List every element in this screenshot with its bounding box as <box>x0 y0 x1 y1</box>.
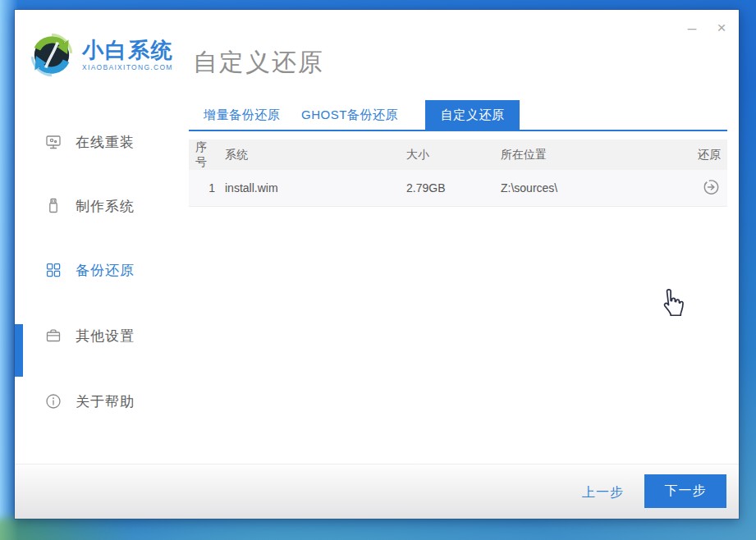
cell-index: 1 <box>189 181 225 194</box>
sidebar: 在线重装 制作系统 备份还原 <box>15 94 189 519</box>
logo-domain: XIAOBAIXITONG.COM <box>82 63 174 71</box>
app-logo: 小白系统 XIAOBAIXITONG.COM <box>26 30 174 80</box>
footer-bar: 上一步 下一步 <box>15 464 739 519</box>
sidebar-item-backup-restore[interactable]: 备份还原 <box>15 258 189 282</box>
restore-button[interactable] <box>701 177 721 197</box>
table-row[interactable]: 1 install.wim 2.79GB Z:\sources\ <box>189 170 727 207</box>
cell-size: 2.79GB <box>406 181 501 194</box>
sidebar-item-label: 制作系统 <box>76 197 135 216</box>
info-icon <box>44 392 62 410</box>
desktop-background: – × 小白系统 XIAOBAIXITONG.COM <box>0 0 756 540</box>
app-header: 小白系统 XIAOBAIXITONG.COM 自定义还原 <box>15 10 739 94</box>
usb-drive-icon <box>44 197 62 215</box>
monitor-icon <box>44 133 62 151</box>
sidebar-item-other-settings[interactable]: 其他设置 <box>15 323 189 348</box>
briefcase-icon <box>44 327 62 345</box>
col-header-location: 所在位置 <box>501 148 683 162</box>
tab-custom-restore[interactable]: 自定义还原 <box>425 100 520 130</box>
sidebar-item-label: 关于帮助 <box>76 392 135 411</box>
tab-bar: 增量备份还原 GHOST备份还原 自定义还原 <box>189 100 727 131</box>
page-title: 自定义还原 <box>193 46 324 80</box>
cell-system: install.wim <box>225 181 406 194</box>
minimize-button[interactable]: – <box>683 18 701 36</box>
content-area: 增量备份还原 GHOST备份还原 自定义还原 序号 系统 大小 所在位置 还原 … <box>189 94 727 464</box>
restore-icon <box>702 177 721 196</box>
cell-restore-action <box>683 177 727 199</box>
sidebar-item-label: 其他设置 <box>76 327 135 346</box>
cell-location: Z:\sources\ <box>501 181 683 194</box>
next-step-button[interactable]: 下一步 <box>644 474 726 508</box>
sidebar-item-online-reinstall[interactable]: 在线重装 <box>15 130 189 154</box>
table-header-row: 序号 系统 大小 所在位置 还原 <box>189 140 727 170</box>
logo-name: 小白系统 <box>82 39 174 62</box>
sidebar-item-label: 在线重装 <box>76 133 135 152</box>
app-window: – × 小白系统 XIAOBAIXITONG.COM <box>15 10 739 519</box>
logo-icon <box>26 30 77 80</box>
tab-ghost-backup-restore[interactable]: GHOST备份还原 <box>301 100 398 130</box>
backup-table: 序号 系统 大小 所在位置 还原 1 install.wim 2.79GB Z:… <box>189 140 727 207</box>
logo-text: 小白系统 XIAOBAIXITONG.COM <box>82 39 174 72</box>
sidebar-item-about-help[interactable]: 关于帮助 <box>15 389 189 414</box>
col-header-restore: 还原 <box>683 148 727 162</box>
sidebar-item-make-system[interactable]: 制作系统 <box>15 194 189 218</box>
window-controls: – × <box>683 18 731 36</box>
col-header-size: 大小 <box>406 148 501 162</box>
col-header-index: 序号 <box>189 140 225 170</box>
col-header-system: 系统 <box>225 148 406 162</box>
sidebar-item-label: 备份还原 <box>76 261 135 280</box>
grid-icon <box>44 261 62 279</box>
tab-incremental-backup-restore[interactable]: 增量备份还原 <box>204 100 280 130</box>
prev-step-button[interactable]: 上一步 <box>582 484 624 501</box>
close-button[interactable]: × <box>712 18 731 36</box>
